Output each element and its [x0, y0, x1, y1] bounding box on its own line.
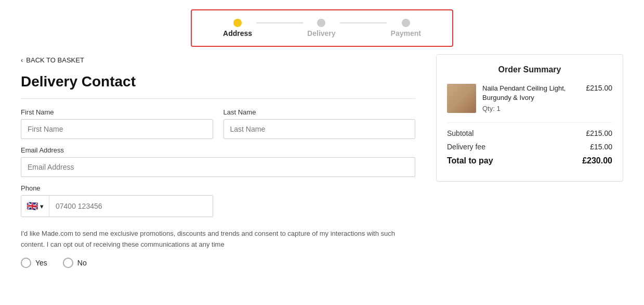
consent-text: I'd like Made.com to send me exclusive p… — [21, 228, 405, 250]
step-delivery[interactable]: Delivery — [307, 19, 335, 37]
flag-emoji: 🇬🇧 — [27, 200, 38, 212]
step-label-address: Address — [223, 29, 252, 37]
radio-label-no: No — [77, 259, 87, 267]
step-dot-payment — [402, 19, 410, 27]
radio-no[interactable]: No — [63, 258, 87, 268]
progress-wrapper: Address Delivery Payment — [0, 0, 644, 52]
right-column: Order Summary Naila Pendant Ceiling Ligh… — [436, 54, 623, 268]
last-name-input[interactable] — [224, 119, 416, 139]
radio-circle-no — [63, 258, 73, 268]
total-label: Total to pay — [447, 156, 493, 166]
product-row: Naila Pendant Ceiling Light, Burgundy & … — [447, 84, 612, 113]
step-dot-delivery — [317, 19, 325, 27]
phone-row: Phone 🇬🇧 ▾ — [21, 184, 415, 217]
email-label: Email Address — [21, 146, 415, 154]
step-label-payment: Payment — [391, 29, 421, 37]
chevron-left-icon: ‹ — [21, 56, 23, 64]
radio-circle-yes — [21, 258, 31, 268]
back-to-basket-link[interactable]: ‹ BACK TO BASKET — [21, 56, 415, 64]
phone-country-selector[interactable]: 🇬🇧 ▾ — [21, 196, 49, 217]
delivery-fee-label: Delivery fee — [447, 143, 485, 151]
subtotal-label: Subtotal — [447, 129, 474, 137]
product-thumb-image — [447, 84, 476, 113]
email-row: Email Address — [21, 146, 415, 177]
radio-group: Yes No — [21, 258, 415, 268]
left-column: ‹ BACK TO BASKET Delivery Contact First … — [21, 54, 415, 268]
name-row: First Name Last Name — [21, 108, 415, 139]
step-line-2 — [340, 22, 387, 23]
progress-box: Address Delivery Payment — [191, 9, 453, 47]
email-input[interactable] — [21, 157, 415, 177]
step-dot-address — [233, 19, 242, 27]
product-name: Naila Pendant Ceiling Light, Burgundy & … — [482, 84, 580, 103]
phone-input-wrapper: 🇬🇧 ▾ — [21, 195, 213, 217]
order-summary-box: Order Summary Naila Pendant Ceiling Ligh… — [436, 54, 623, 182]
total-value: £230.00 — [582, 156, 612, 166]
step-label-delivery: Delivery — [307, 29, 335, 37]
step-group: Address Delivery Payment — [223, 19, 421, 37]
back-link-label: BACK TO BASKET — [26, 56, 84, 64]
section-title: Delivery Contact — [21, 73, 415, 90]
total-row: Total to pay £230.00 — [447, 156, 612, 166]
product-info: Naila Pendant Ceiling Light, Burgundy & … — [482, 84, 580, 112]
summary-divider — [447, 122, 612, 123]
radio-label-yes: Yes — [35, 259, 47, 267]
delivery-fee-value: £15.00 — [590, 143, 612, 151]
last-name-label: Last Name — [224, 108, 416, 116]
phone-label: Phone — [21, 184, 415, 192]
subtotal-row: Subtotal £215.00 — [447, 129, 612, 137]
phone-input[interactable] — [49, 197, 213, 215]
product-price: £215.00 — [586, 84, 612, 92]
delivery-fee-row: Delivery fee £15.00 — [447, 143, 612, 151]
first-name-label: First Name — [21, 108, 213, 116]
first-name-group: First Name — [21, 108, 213, 139]
main-content: ‹ BACK TO BASKET Delivery Contact First … — [0, 54, 644, 268]
step-line-1 — [256, 22, 303, 23]
form-divider — [21, 98, 415, 99]
step-payment[interactable]: Payment — [391, 19, 421, 37]
first-name-input[interactable] — [21, 119, 213, 139]
last-name-group: Last Name — [224, 108, 416, 139]
subtotal-value: £215.00 — [586, 129, 612, 137]
step-address[interactable]: Address — [223, 19, 252, 37]
order-summary-title: Order Summary — [447, 65, 612, 74]
phone-dropdown-arrow: ▾ — [40, 202, 44, 210]
product-qty: Qty: 1 — [482, 105, 580, 112]
product-thumbnail — [447, 84, 476, 113]
radio-yes[interactable]: Yes — [21, 258, 47, 268]
